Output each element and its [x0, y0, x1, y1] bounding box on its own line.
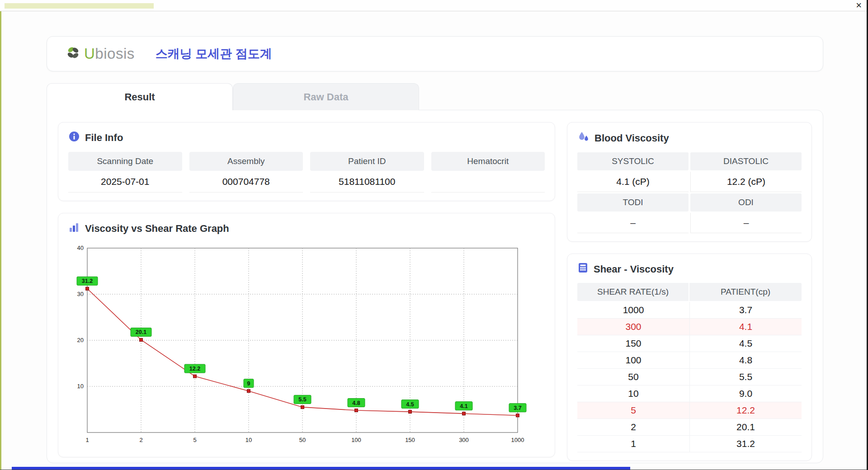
shear-table-shear-cell: 10 [577, 385, 689, 402]
shear-table-patient-cell: 20.1 [689, 419, 802, 436]
file-info-field-label: Hematocrit [431, 152, 545, 171]
svg-text:3.7: 3.7 [514, 405, 521, 411]
svg-text:5.5: 5.5 [298, 396, 306, 403]
shear-table-shear-cell: 5 [577, 402, 689, 419]
shear-table-patient-cell: 9.0 [689, 385, 802, 402]
blood-viscosity-header-cell: ODI [690, 193, 802, 212]
file-info-field-label: Scanning Date [68, 152, 182, 171]
file-info-title-row: File Info [68, 131, 545, 145]
shear-table-shear-cell: 50 [577, 369, 689, 385]
app-root: Ubiosis 스캐닝 모세관 점도계 Result Raw Data [47, 36, 823, 463]
bar-chart-icon [68, 221, 80, 236]
shear-table-shear-cell: 100 [577, 352, 689, 369]
svg-text:4.8: 4.8 [352, 400, 360, 406]
svg-text:5: 5 [193, 437, 196, 443]
shear-viscosity-card: Shear - Viscosity SHEAR RATE(1/s)PATIENT… [567, 254, 812, 461]
shear-table-patient-cell: 5.5 [689, 369, 802, 385]
file-info-title: File Info [85, 132, 123, 144]
svg-text:1000: 1000 [511, 437, 524, 443]
result-panel: File Info Scanning Date2025-07-01Assembl… [47, 110, 823, 463]
shear-table-shear-cell: 300 [577, 319, 689, 335]
tab-result[interactable]: Result [47, 83, 233, 110]
shear-table-header-cell: SHEAR RATE(1/s) [577, 283, 689, 301]
shear-table-patient-cell: 31.2 [689, 436, 802, 452]
logo-letters-rest: biosis [95, 45, 134, 62]
svg-text:300: 300 [459, 437, 469, 443]
info-icon [68, 131, 80, 145]
shear-viscosity-title: Shear - Viscosity [594, 263, 674, 275]
file-info-card: File Info Scanning Date2025-07-01Assembl… [58, 122, 555, 201]
blood-viscosity-value-cell: 4.1 (cP) [577, 172, 689, 192]
tab-raw-data[interactable]: Raw Data [233, 83, 419, 110]
shear-viscosity-title-row: Shear - Viscosity [577, 262, 802, 276]
shear-table-patient-cell: 12.2 [689, 402, 802, 419]
svg-text:12.2: 12.2 [189, 366, 200, 372]
svg-text:20.1: 20.1 [136, 329, 146, 335]
ubiosis-logo: Ubiosis [64, 44, 135, 64]
shear-table-shear-cell: 150 [577, 335, 689, 352]
blood-viscosity-table: SYSTOLICDIASTOLIC4.1 (cP)12.2 (cP)TODIOD… [577, 152, 802, 233]
svg-text:150: 150 [405, 437, 415, 443]
viscosity-graph-card: Viscosity vs Shear Rate Graph 1020304012… [58, 213, 555, 457]
shear-table-shear-cell: 2 [577, 419, 689, 436]
titlebar-accent [5, 3, 154, 9]
right-column: Blood Viscosity SYSTOLICDIASTOLIC4.1 (cP… [567, 122, 812, 451]
tab-bar: Result Raw Data [47, 83, 823, 110]
blood-drops-icon [577, 131, 590, 146]
page-title: 스캐닝 모세관 점도계 [156, 46, 272, 62]
svg-text:1: 1 [85, 437, 89, 443]
blood-viscosity-value-cell: – [577, 213, 689, 233]
graph-title-row: Viscosity vs Shear Rate Graph [68, 221, 545, 236]
blood-viscosity-value-cell: 12.2 (cP) [690, 172, 802, 192]
svg-text:4.1: 4.1 [460, 403, 467, 409]
logo-letter-u: U [84, 45, 95, 62]
shear-table-shear-cell: 1000 [577, 302, 689, 319]
blood-viscosity-card: Blood Viscosity SYSTOLICDIASTOLIC4.1 (cP… [567, 122, 812, 242]
blood-viscosity-header-cell: TODI [577, 193, 689, 212]
blood-viscosity-title-row: Blood Viscosity [577, 131, 802, 146]
file-info-field: Assembly000704778 [189, 152, 303, 193]
viscosity-chart-svg: 102030401251050100150300100031.220.112.2… [68, 243, 544, 447]
app-header: Ubiosis 스캐닝 모세관 점도계 [47, 36, 823, 71]
svg-text:2: 2 [139, 437, 142, 443]
file-info-fields: Scanning Date2025-07-01Assembly000704778… [68, 152, 545, 193]
svg-text:50: 50 [299, 437, 306, 443]
window-titlebar: × [0, 0, 868, 11]
file-info-field-value [431, 171, 545, 193]
svg-text:4.5: 4.5 [406, 401, 414, 408]
bottom-blue-strip [12, 467, 630, 470]
svg-text:20: 20 [77, 337, 84, 343]
shear-table-patient-cell: 3.7 [689, 302, 802, 319]
svg-text:31.2: 31.2 [82, 278, 93, 284]
logo-text: Ubiosis [84, 45, 135, 62]
grid-table-icon [577, 262, 589, 276]
file-info-field-value: 2025-07-01 [68, 171, 182, 193]
file-info-field: Patient ID51811081100 [310, 152, 424, 193]
svg-text:40: 40 [77, 244, 84, 251]
svg-text:9: 9 [247, 381, 250, 387]
left-column: File Info Scanning Date2025-07-01Assembl… [58, 122, 555, 451]
shear-table-shear-cell: 1 [577, 436, 689, 452]
left-edge-strip [0, 11, 1, 470]
file-info-field: Hematocrit [431, 152, 545, 193]
shear-table-patient-cell: 4.8 [689, 352, 802, 369]
file-info-field-label: Patient ID [310, 152, 424, 171]
shear-table-header-cell: PATIENT(cp) [689, 283, 802, 301]
viscosity-chart: 102030401251050100150300100031.220.112.2… [68, 243, 545, 449]
file-info-field-label: Assembly [189, 152, 303, 171]
shear-table-patient-cell: 4.5 [689, 335, 802, 352]
blood-viscosity-title: Blood Viscosity [594, 132, 669, 144]
graph-title: Viscosity vs Shear Rate Graph [85, 223, 229, 235]
svg-text:30: 30 [77, 291, 84, 297]
shear-viscosity-table: SHEAR RATE(1/s)PATIENT(cp)10003.73004.11… [577, 283, 802, 452]
blood-viscosity-header-cell: SYSTOLIC [577, 152, 689, 170]
svg-text:10: 10 [77, 383, 84, 390]
blood-viscosity-header-cell: DIASTOLIC [690, 152, 802, 170]
blood-viscosity-value-cell: – [690, 213, 802, 233]
shear-table-patient-cell: 4.1 [689, 319, 802, 335]
leaf-logo-icon [64, 44, 82, 64]
file-info-field-value: 51811081100 [310, 171, 424, 193]
window-close-button[interactable]: × [856, 0, 862, 10]
svg-text:100: 100 [351, 437, 361, 443]
svg-text:10: 10 [245, 437, 252, 443]
